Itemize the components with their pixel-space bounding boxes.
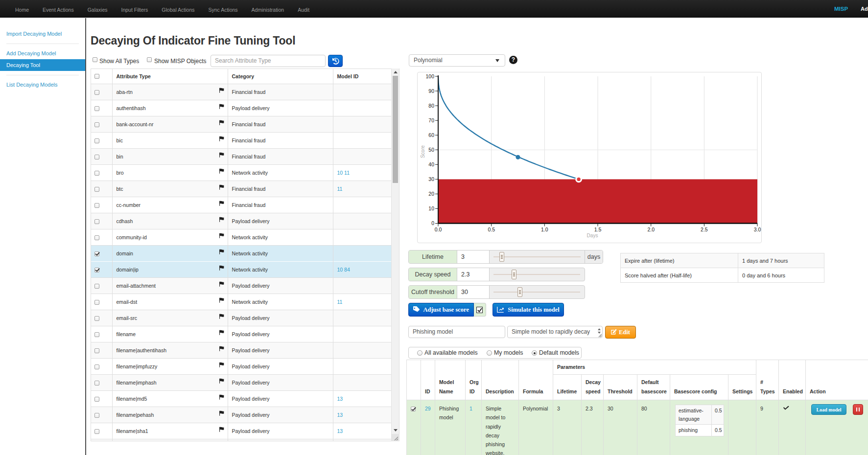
svg-text:50: 50 [428, 147, 434, 153]
svg-text:1.0: 1.0 [541, 227, 548, 232]
svg-text:0: 0 [431, 220, 434, 226]
svg-text:80: 80 [428, 103, 434, 109]
svg-text:60: 60 [428, 132, 434, 138]
svg-text:Score: Score [420, 145, 425, 159]
svg-text:0.5: 0.5 [488, 227, 495, 232]
svg-text:30: 30 [428, 176, 434, 182]
svg-text:20: 20 [428, 191, 434, 197]
svg-text:90: 90 [428, 88, 434, 94]
svg-text:40: 40 [428, 161, 434, 167]
svg-text:10: 10 [428, 205, 434, 211]
svg-text:2.0: 2.0 [647, 227, 655, 232]
svg-text:2.5: 2.5 [701, 227, 708, 232]
svg-text:3.0: 3.0 [754, 227, 761, 232]
svg-text:0.0: 0.0 [435, 227, 442, 232]
svg-text:1.5: 1.5 [594, 227, 602, 232]
svg-text:100: 100 [425, 73, 434, 79]
svg-text:70: 70 [428, 117, 434, 123]
svg-text:Days: Days [587, 233, 598, 238]
